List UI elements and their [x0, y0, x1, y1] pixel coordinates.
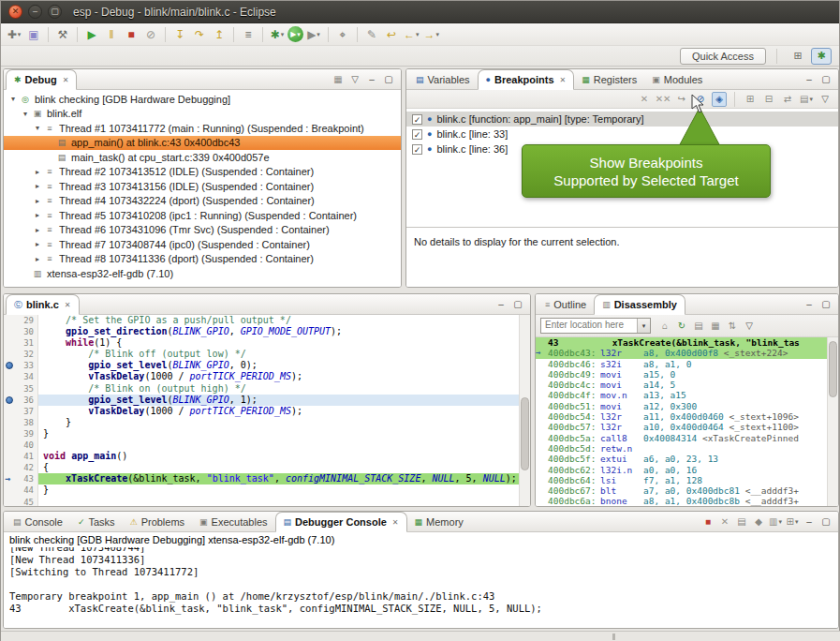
terminate-console-icon[interactable]: ■: [700, 514, 715, 529]
editor-line[interactable]: 37 vTaskDelay(1000 / portTICK_PERIOD_MS)…: [4, 406, 530, 417]
minimize-icon[interactable]: –: [802, 514, 817, 529]
display-console-icon[interactable]: ▥▾: [768, 514, 783, 529]
editor-line[interactable]: →43 xTaskCreate(&blink_task, "blink_task…: [4, 473, 530, 484]
dropdown-arrow-icon[interactable]: ▾: [281, 31, 285, 38]
disassembly-row[interactable]: 400dbc54:l32ra11, 0x400d0460 <_stext+109…: [536, 411, 838, 422]
console-lines[interactable]: [New Thread 1073408744][New Thread 10734…: [4, 547, 838, 628]
disassembly-scrollbar-thumb[interactable]: [829, 341, 837, 397]
expander-closed-icon[interactable]: ▸: [32, 240, 43, 248]
editor-line[interactable]: 44}: [4, 484, 530, 496]
disassembly-row[interactable]: 400dbc64:lsif7, a1, 128: [536, 475, 838, 485]
disassembly-row[interactable]: 400dbc46:s32ia8, a1, 0: [536, 359, 838, 369]
expand-all-icon[interactable]: ⊞: [743, 92, 758, 107]
disassembly-content[interactable]: 43 xTaskCreate(&blink_task, "blink_tas→4…: [536, 337, 838, 506]
run-icon[interactable]: ▶▾: [287, 26, 303, 42]
debug-tree-row[interactable]: ▸≡Thread #2 1073413512 (IDLE) (Suspended…: [4, 165, 401, 180]
editor-line[interactable]: 42{: [4, 462, 530, 473]
resume-icon[interactable]: ▶: [82, 25, 101, 44]
disassembly-row[interactable]: 400dbc6a:bnonea8, a1, 0x400dbc8b <__addd…: [536, 496, 838, 506]
terminate-icon[interactable]: ■: [122, 25, 140, 44]
editor-line[interactable]: 33 gpio_set_level(BLINK_GPIO, 0);: [4, 360, 530, 371]
debug-tree-row[interactable]: ▾≡Thread #1 1073411772 (main : Running) …: [4, 121, 401, 136]
tab-tasks[interactable]: ✓Tasks: [70, 512, 123, 531]
open-console-icon[interactable]: ⊞▾: [785, 514, 800, 529]
editor-line[interactable]: 29 /* Set the GPIO as a push/pull output…: [4, 315, 530, 326]
tab-outline[interactable]: ≡Outline: [538, 294, 594, 314]
breakpoints-view-menu-icon[interactable]: ▽: [818, 92, 833, 107]
expander-closed-icon[interactable]: ▸: [32, 197, 43, 205]
pin-console-icon[interactable]: ◆: [751, 514, 766, 529]
tab-registers[interactable]: ▦Registers: [574, 69, 644, 89]
annotations-icon[interactable]: ✎: [362, 25, 381, 44]
back-icon[interactable]: ←▾: [402, 25, 421, 44]
maximize-icon[interactable]: ▢: [818, 297, 833, 312]
link-with-debug-view-icon[interactable]: ⇄: [780, 92, 795, 107]
window-close-button[interactable]: ✕: [8, 5, 22, 19]
dropdown-arrow-icon[interactable]: ▾: [297, 31, 301, 38]
dropdown-arrow-icon[interactable]: ▾: [416, 31, 420, 38]
minimize-icon[interactable]: –: [364, 72, 379, 87]
build-icon[interactable]: ⚒: [53, 25, 72, 44]
debug-tree-row[interactable]: ▸≡Thread #4 1073432224 (dport) (Suspende…: [4, 194, 401, 209]
tab-blink-c[interactable]: ⓒblink.c✕: [6, 294, 80, 315]
suspend-icon[interactable]: ‖: [102, 25, 121, 44]
tab-debug[interactable]: ✱Debug✕: [6, 69, 77, 90]
refresh-icon[interactable]: ↻: [674, 319, 689, 334]
editor-scrollbar-thumb[interactable]: [521, 397, 529, 470]
debug-tree-row[interactable]: ▸≡Thread #8 1073411336 (dport) (Suspende…: [4, 252, 401, 267]
editor-line[interactable]: 38 }: [4, 417, 530, 428]
editor-line[interactable]: 31 while(1) {: [4, 337, 530, 349]
quick-access-button[interactable]: Quick Access: [680, 48, 766, 65]
collapse-all-icon[interactable]: ⊟: [761, 92, 776, 107]
show-opcodes-icon[interactable]: ▦: [708, 319, 723, 334]
dropdown-arrow-icon[interactable]: ▾: [778, 518, 782, 526]
tab-close-icon[interactable]: ✕: [63, 76, 69, 84]
tab-breakpoints[interactable]: ●Breakpoints✕: [478, 69, 575, 90]
tab-close-icon[interactable]: ✕: [560, 76, 567, 84]
debug-tree-row[interactable]: ▥xtensa-esp32-elf-gdb (7.10): [4, 266, 401, 281]
editor-line[interactable]: 41void app_main(): [4, 451, 530, 462]
debug-icon[interactable]: ✱▾: [268, 25, 287, 44]
maximize-icon[interactable]: ▢: [818, 72, 833, 87]
dropdown-arrow-icon[interactable]: ▾: [18, 31, 22, 38]
breakpoint-item[interactable]: ✓●blink.c [line: 33]: [406, 127, 838, 142]
tab-problems[interactable]: ⚠Problems: [123, 512, 193, 531]
disassembly-row[interactable]: 400dbc51:movia12, 0x300: [536, 401, 838, 411]
external-tools-icon[interactable]: ▶▾: [304, 25, 323, 44]
tab-close-icon[interactable]: ✕: [392, 518, 399, 527]
checkbox[interactable]: ✓: [412, 129, 422, 140]
maximize-icon[interactable]: ▢: [818, 514, 833, 529]
arrow-gutter[interactable]: →: [4, 473, 16, 484]
expander-open-icon[interactable]: ▾: [32, 124, 43, 132]
debug-tree-row[interactable]: ▾▣blink.elf: [4, 107, 401, 122]
location-input[interactable]: Enter location here: [541, 319, 637, 333]
minimize-icon[interactable]: –: [494, 297, 508, 312]
expander-closed-icon[interactable]: ▸: [32, 226, 43, 234]
window-maximize-button[interactable]: ▢: [48, 5, 62, 19]
dropdown-arrow-icon[interactable]: ▾: [795, 518, 799, 526]
dropdown-arrow-icon[interactable]: ▾: [809, 96, 813, 103]
combo-dropdown-icon[interactable]: ▾: [637, 319, 650, 333]
step-over-icon[interactable]: ↷: [190, 25, 209, 44]
disassembly-row[interactable]: 400dbc4c:movia14, 5: [536, 380, 838, 390]
step-return-icon[interactable]: ↥: [210, 25, 228, 44]
debug-tree-row[interactable]: ▸≡Thread #6 1073431096 (Tmr Svc) (Suspen…: [4, 223, 401, 238]
open-perspective-icon[interactable]: ⊞: [788, 48, 808, 65]
disassembly-row[interactable]: →400dbc43:l32ra8, 0x400d00f8 <_stext+224…: [536, 348, 838, 358]
disassembly-row[interactable]: 400dbc67:blta7, a0, 0x400dbc81 <__adddf3…: [536, 485, 838, 496]
editor-line[interactable]: 30 gpio_set_direction(BLINK_GPIO, GPIO_M…: [4, 326, 530, 337]
debug-tree-row[interactable]: ▸≡Thread #7 1073408744 (ipc0) (Suspended…: [4, 237, 401, 252]
disassembly-row[interactable]: 400dbc5a:call80x40084314 <xTaskCreatePin…: [536, 433, 838, 443]
titlebar[interactable]: ✕ – ▢ esp - Debug - blink/main/blink.c -…: [1, 1, 839, 23]
breakpoint-gutter[interactable]: [4, 395, 16, 406]
debug-perspective-icon[interactable]: ✱: [811, 48, 832, 65]
editor-line[interactable]: 32 /* Blink off (output low) */: [4, 349, 530, 360]
expander-closed-icon[interactable]: ▸: [32, 168, 43, 176]
go-home-icon[interactable]: ⌂: [657, 319, 672, 334]
editor-line[interactable]: 35 /* Blink on (output high) */: [4, 383, 530, 395]
debug-tree-row[interactable]: ▸≡Thread #3 1073413156 (IDLE) (Suspended…: [4, 179, 401, 194]
disassembly-row[interactable]: 400dbc5f:extuia6, a0, 23, 13: [536, 454, 838, 464]
tab-memory[interactable]: ▦Memory: [407, 512, 471, 531]
new-wizard-icon[interactable]: ✚▾: [5, 25, 23, 44]
editor-line[interactable]: 40: [4, 440, 530, 451]
